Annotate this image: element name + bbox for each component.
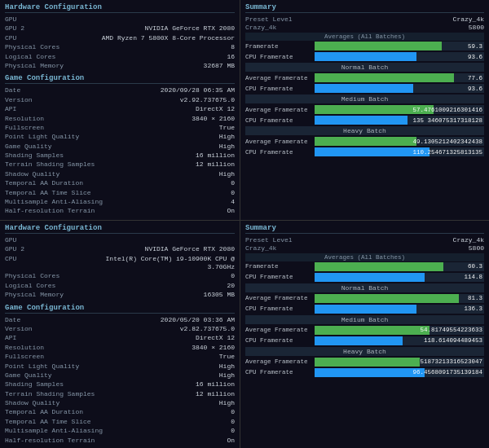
cpu-framerate-bar-fill-top — [315, 52, 416, 61]
framerate-bar-value-top: 59.3 — [468, 43, 482, 50]
framerate-bar-value-bottom: 60.3 — [468, 263, 482, 270]
phys-mem-label-top: Physical Memory — [5, 62, 86, 70]
medium-avg-bar-container-top: 57.4761009216301416 — [315, 105, 484, 114]
plq-row-top: Point Light Quality High — [5, 133, 235, 141]
normal-cpu-bar-container-bottom: 136.3 — [315, 305, 484, 314]
resolution-row-top: Resolution 3840 × 2160 — [5, 115, 235, 123]
ss-value-top: 16 million — [86, 152, 235, 160]
heavy-cpu-bar-row-bottom: CPU Framerate 96.4568091735139184 — [245, 368, 484, 377]
normal-cpu-bar-row-top: CPU Framerate 93.6 — [245, 84, 484, 93]
medium-cpu-bar-container-bottom: 118.614094489453 — [315, 336, 484, 345]
heavy-cpu-bar-value-top: 110.254671325813135 — [412, 149, 482, 156]
plq-value-bottom: High — [86, 362, 235, 371]
preset-level-value-top: Crazy_4k — [453, 15, 484, 23]
framerate-bar-row-top: Framerate 59.3 — [245, 42, 484, 51]
cpu-framerate-bar-container-bottom: 114.8 — [315, 273, 484, 282]
tats-label-top: Temporal AA Time Slice — [5, 189, 91, 197]
sq-row-bottom: Shadow Quality High — [5, 399, 235, 407]
gq-value-top: High — [86, 143, 235, 151]
sq-label-top: Shadow Quality — [5, 170, 86, 178]
heavy-cpu-bar-row-top: CPU Framerate 110.254671325813135 — [245, 147, 484, 156]
preset-score-top: 5800 — [469, 24, 484, 31]
cpu-label-bottom: CPU — [5, 255, 86, 272]
framerate-bar-label-top: Framerate — [245, 43, 315, 50]
heavy-cpu-bar-label-top: CPU Framerate — [245, 149, 315, 156]
tats-row-top: Temporal AA Time Slice 0 — [5, 189, 235, 197]
phys-mem-row-bottom: Physical Memory 16305 MB — [5, 291, 235, 299]
heavy-batch-label-top: Heavy Batch — [245, 126, 484, 135]
normal-avg-bar-label-top: Average Framerate — [245, 75, 315, 81]
date-row-bottom: Date 2020/05/20 03:36 AM — [5, 316, 235, 324]
tad-row-bottom: Temporal AA Duration 0 — [5, 408, 235, 416]
phys-mem-value-top: 32687 MB — [86, 62, 235, 70]
normal-avg-bar-value-bottom: 81.3 — [468, 295, 482, 301]
tss-value-top: 12 million — [95, 160, 235, 169]
api-value-top: DirectX 12 — [86, 105, 235, 113]
top-left-panel: Hardware Configuration GPU GPU 2 NVIDIA … — [0, 0, 240, 220]
msaa-row-top: Multisample Anti-Aliasing 4 — [5, 198, 235, 206]
game-config-title-top: Game Configuration — [5, 74, 235, 84]
heavy-avg-bar-fill-bottom — [315, 358, 420, 367]
api-label-bottom: API — [5, 334, 86, 342]
medium-batch-label-bottom: Medium Batch — [245, 315, 484, 324]
hardware-config-title-top: Hardware Configuration — [5, 3, 235, 13]
resolution-value-bottom: 3840 × 2160 — [86, 344, 235, 352]
preset-score-bottom: 5800 — [469, 244, 484, 252]
fullscreen-row-bottom: Fullscreen True — [5, 353, 235, 361]
ss-row-bottom: Shading Samples 16 million — [5, 380, 235, 389]
sq-value-top: High — [86, 170, 235, 178]
gpu-label-bottom: GPU — [5, 236, 86, 244]
phys-cores-value-bottom: 0 — [86, 272, 235, 280]
fullscreen-value-bottom: True — [86, 353, 235, 361]
medium-avg-bar-fill-bottom — [315, 326, 430, 335]
phys-mem-value-bottom: 16305 MB — [86, 291, 235, 299]
log-cores-value-bottom: 20 — [86, 282, 235, 290]
medium-cpu-bar-label-top: CPU Framerate — [245, 117, 315, 124]
log-cores-label-bottom: Logical Cores — [5, 282, 86, 290]
api-row-top: API DirectX 12 — [5, 105, 235, 113]
summary-title-top: Summary — [245, 3, 484, 13]
framerate-bar-container-top: 59.3 — [315, 42, 484, 51]
cpu-framerate-bar-row-top: CPU Framerate 93.6 — [245, 52, 484, 61]
tad-label-top: Temporal AA Duration — [5, 179, 86, 187]
hrt-label-top: Half-resolution Terrain — [5, 207, 95, 215]
cpu-framerate-bar-value-top: 93.6 — [468, 54, 482, 60]
tad-row-top: Temporal AA Duration 0 — [5, 179, 235, 187]
heavy-avg-bar-label-bottom: Average Framerate — [245, 358, 315, 365]
hrt-value-bottom: On — [95, 437, 235, 445]
gpu2-value-top: NVIDIA GeForce RTX 2080 — [86, 24, 235, 33]
medium-avg-bar-container-bottom: 54.81749554223633 — [315, 326, 484, 335]
fullscreen-value-top: True — [86, 124, 235, 132]
medium-cpu-bar-value-bottom: 118.614094489453 — [424, 337, 482, 344]
heavy-batch-label-bottom: Heavy Batch — [245, 347, 484, 356]
tss-value-bottom: 12 million — [95, 390, 235, 398]
preset-level-label-top: Preset Level — [245, 15, 293, 23]
plq-row-bottom: Point Light Quality High — [5, 362, 235, 371]
date-label-top: Date — [5, 86, 86, 94]
gq-row-top: Game Quality High — [5, 143, 235, 151]
framerate-bar-fill-top — [315, 42, 442, 51]
heavy-cpu-bar-value-bottom: 96.4568091735139184 — [412, 369, 482, 376]
normal-avg-bar-fill-top — [315, 73, 454, 82]
averages-label-bottom: Averages (All Batches) — [245, 253, 484, 261]
top-right-panel: Summary Preset Level Crazy_4k Crazy_4k 5… — [240, 0, 489, 220]
version-row-top: Version v2.92.737675.0 — [5, 96, 235, 104]
tss-label-top: Terrain Shading Samples — [5, 160, 95, 169]
log-cores-label-top: Logical Cores — [5, 53, 86, 61]
normal-avg-bar-label-bottom: Average Framerate — [245, 295, 315, 301]
version-label-bottom: Version — [5, 325, 86, 333]
normal-batch-label-top: Normal Batch — [245, 63, 484, 72]
gpu2-label-top: GPU 2 — [5, 24, 86, 33]
sq-row-top: Shadow Quality High — [5, 170, 235, 178]
cpu-framerate-bar-label-top: CPU Framerate — [245, 54, 315, 60]
cpu-label-top: CPU — [5, 34, 86, 42]
medium-cpu-bar-value-top: 135 346075317318128 — [412, 117, 482, 124]
normal-avg-bar-container-bottom: 81.3 — [315, 294, 484, 303]
date-value-top: 2020/09/28 06:35 AM — [86, 86, 235, 94]
heavy-avg-bar-fill-top — [315, 137, 416, 146]
medium-cpu-bar-label-bottom: CPU Framerate — [245, 337, 315, 344]
resolution-label-top: Resolution — [5, 115, 86, 123]
resolution-label-bottom: Resolution — [5, 344, 86, 352]
tats-row-bottom: Temporal AA Time Slice 0 — [5, 418, 235, 426]
gpu-label-top: GPU — [5, 15, 86, 24]
